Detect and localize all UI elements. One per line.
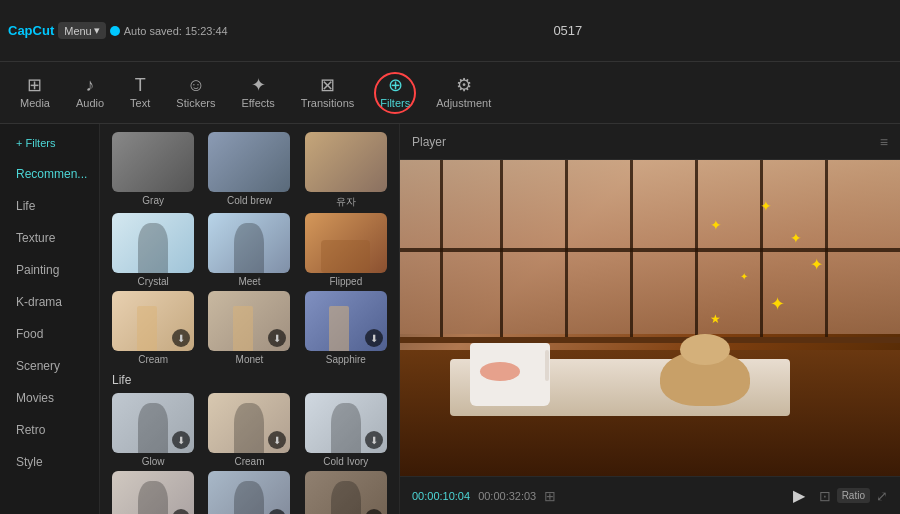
menu-button[interactable]: Menu ▾ — [58, 22, 106, 39]
filter-thumb-sapphire: ⬇ — [305, 291, 387, 351]
sidebar-item-scenery[interactable]: Scenery — [4, 351, 95, 381]
download-btn-glow[interactable]: ⬇ — [172, 431, 190, 449]
filter-thumb-porcelain: ⬇ — [112, 471, 194, 514]
filter-thumb-cool: ⬇ — [208, 471, 290, 514]
filter-item-cold-brew[interactable]: Cold brew — [204, 132, 294, 209]
sidebar-item-life[interactable]: Life — [4, 191, 95, 221]
filter-name-cream: Cream — [138, 354, 168, 365]
effects-label: Effects — [241, 97, 274, 109]
sidebar-item-style[interactable]: Style — [4, 447, 95, 477]
top-bar-left: CapCut Menu ▾ Auto saved: 15:23:44 — [0, 22, 236, 39]
filter-item-porcelain[interactable]: ⬇ Porcelain — [108, 471, 198, 514]
filter-item-gray[interactable]: Gray — [108, 132, 198, 209]
adjustment-label: Adjustment — [436, 97, 491, 109]
download-btn-sapphire[interactable]: ⬇ — [365, 329, 383, 347]
filter-section-title-3: Life — [112, 373, 391, 387]
ratio-button[interactable]: Ratio — [837, 488, 870, 503]
download-btn-cool[interactable]: ⬇ — [268, 509, 286, 514]
filter-grid-3: ⬇ Glow ⬇ Cream ⬇ Cold Ivory — [108, 393, 391, 467]
filter-item-cool[interactable]: ⬇ Cool — [204, 471, 294, 514]
top-bar-center: 0517 — [236, 23, 900, 38]
filter-thumb-robust: ⬇ — [305, 471, 387, 514]
adjustment-icon: ⚙ — [456, 76, 472, 94]
menu-label: Menu — [64, 25, 92, 37]
player-menu-icon[interactable]: ≡ — [880, 134, 888, 150]
stickers-label: Stickers — [176, 97, 215, 109]
download-btn-cream[interactable]: ⬇ — [172, 329, 190, 347]
text-label: Text — [130, 97, 150, 109]
filter-thumb-gray — [112, 132, 194, 192]
filter-item-monet[interactable]: ⬇ Monet — [204, 291, 294, 365]
tool-item-stickers[interactable]: ☺ Stickers — [164, 70, 227, 115]
download-btn-monet[interactable]: ⬇ — [268, 329, 286, 347]
sidebar-item-movies[interactable]: Movies — [4, 383, 95, 413]
time-total: 00:00:32:03 — [478, 490, 536, 502]
sidebar-item-kdrama[interactable]: K-drama — [4, 287, 95, 317]
download-btn-cream2[interactable]: ⬇ — [268, 431, 286, 449]
grid-icon[interactable]: ⊞ — [544, 488, 556, 504]
player-controls-right: ▶ ⊡ Ratio ⤢ — [785, 482, 888, 510]
sidebar-item-painting[interactable]: Painting — [4, 255, 95, 285]
download-btn-porcelain[interactable]: ⬇ — [172, 509, 190, 514]
sparkle-6: ★ — [710, 312, 721, 326]
window-title: 0517 — [553, 23, 582, 38]
filter-thumb-yuzi — [305, 132, 387, 192]
filter-thumb-crystal — [112, 213, 194, 273]
sidebar-item-recommend[interactable]: Recommen... — [4, 159, 95, 189]
filter-thumb-glow: ⬇ — [112, 393, 194, 453]
app-logo: CapCut — [8, 23, 54, 38]
play-button[interactable]: ▶ — [785, 482, 813, 510]
autosave-indicator: Auto saved: 15:23:44 — [110, 25, 228, 37]
filter-item-sapphire[interactable]: ⬇ Sapphire — [301, 291, 391, 365]
filter-item-meet[interactable]: Meet — [204, 213, 294, 287]
filter-thumb-cream2: ⬇ — [208, 393, 290, 453]
player-panel: Player ≡ — [400, 124, 900, 514]
sparkle-5: ✦ — [770, 293, 785, 315]
filter-item-cold-ivory[interactable]: ⬇ Cold Ivory — [301, 393, 391, 467]
filter-item-crystal[interactable]: Crystal — [108, 213, 198, 287]
download-btn-robust[interactable]: ⬇ — [365, 509, 383, 514]
transitions-label: Transitions — [301, 97, 354, 109]
tool-item-filters[interactable]: ⊕ Filters — [368, 70, 422, 115]
filter-item-yuzi[interactable]: 유자 — [301, 132, 391, 209]
filter-thumb-flipped — [305, 213, 387, 273]
filter-item-robust[interactable]: ⬇ Robust — [301, 471, 391, 514]
sidebar-item-food[interactable]: Food — [4, 319, 95, 349]
tool-item-adjustment[interactable]: ⚙ Adjustment — [424, 70, 503, 115]
tool-item-text[interactable]: T Text — [118, 70, 162, 115]
autosave-dot — [110, 26, 120, 36]
filter-item-flipped[interactable]: Flipped — [301, 213, 391, 287]
filter-name-monet: Monet — [236, 354, 264, 365]
filters-label: Filters — [380, 97, 410, 109]
filter-item-cream2[interactable]: ⬇ Cream — [204, 393, 294, 467]
tool-item-effects[interactable]: ✦ Effects — [229, 70, 286, 115]
filter-thumb-monet: ⬇ — [208, 291, 290, 351]
filter-name-crystal: Crystal — [138, 276, 169, 287]
filter-grid-4: ⬇ Porcelain ⬇ Cool ⬇ Robust — [108, 471, 391, 514]
sidebar-filters-link[interactable]: + Filters — [4, 129, 95, 157]
filter-item-glow[interactable]: ⬇ Glow — [108, 393, 198, 467]
filter-thumb-meet — [208, 213, 290, 273]
sidebar-item-texture[interactable]: Texture — [4, 223, 95, 253]
filter-name-cold-ivory: Cold Ivory — [323, 456, 368, 467]
download-btn-cold-ivory[interactable]: ⬇ — [365, 431, 383, 449]
filter-name-cream2: Cream — [234, 456, 264, 467]
player-controls: 00:00:10:04 00:00:32:03 ⊞ ▶ ⊡ Ratio ⤢ — [400, 476, 900, 514]
tool-item-media[interactable]: ⊞ Media — [8, 70, 62, 115]
filter-name-sapphire: Sapphire — [326, 354, 366, 365]
effects-icon: ✦ — [251, 76, 266, 94]
filter-name-meet: Meet — [238, 276, 260, 287]
sidebar-item-retro[interactable]: Retro — [4, 415, 95, 445]
screenshot-button[interactable]: ⊡ — [819, 488, 831, 504]
stickers-icon: ☺ — [187, 76, 205, 94]
main-content: + Filters Recommen... Life Texture Paint… — [0, 124, 900, 514]
menu-chevron: ▾ — [94, 24, 100, 37]
tool-item-transitions[interactable]: ⊠ Transitions — [289, 70, 366, 115]
filter-name-yuzi: 유자 — [336, 195, 356, 209]
audio-label: Audio — [76, 97, 104, 109]
tool-item-audio[interactable]: ♪ Audio — [64, 70, 116, 115]
filter-item-cream[interactable]: ⬇ Cream — [108, 291, 198, 365]
fullscreen-button[interactable]: ⤢ — [876, 488, 888, 504]
left-sidebar: + Filters Recommen... Life Texture Paint… — [0, 124, 100, 514]
sparkle-4: ✦ — [740, 271, 748, 282]
